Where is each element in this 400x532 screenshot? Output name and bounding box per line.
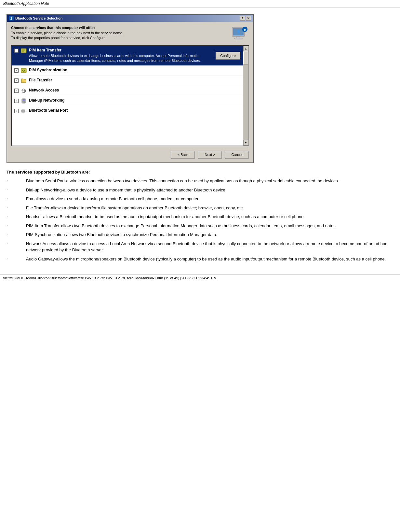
desc-text-audio-gateway: Audio Gateway-allows the microphone/spea… [26, 256, 393, 262]
service-item-file-transfer[interactable]: File Transfer [12, 76, 243, 86]
pim-transfer-inner: PIM Item Transfer Allow remote Bluetooth… [29, 48, 240, 63]
dialog-titlebar-buttons: ? ✕ [240, 16, 251, 21]
service-name-file-transfer: File Transfer- [26, 205, 51, 210]
service-item-network-access[interactable]: Network Access [12, 86, 243, 96]
desc-text-pim-transfer: PIM Item Transfer-allows two Bluetooth d… [26, 223, 393, 229]
service-name-fax: Fax- [26, 196, 34, 201]
svg-point-25 [26, 110, 27, 111]
content-section: The services supported by Bluetooth are:… [7, 170, 393, 262]
desc-row-fax: · Fax-allows a device to send a fax usin… [7, 196, 393, 202]
service-name-headset: Headset- [26, 214, 43, 219]
service-item-pim-transfer[interactable]: PIM Item Transfer Allow remote Bluetooth… [12, 46, 243, 66]
file-transfer-checkbox[interactable] [14, 78, 19, 83]
service-name-pim-sync: PIM Synchronization- [26, 232, 66, 237]
svg-rect-4 [234, 38, 242, 39]
svg-point-18 [23, 101, 24, 102]
service-item-pim-sync[interactable]: PIM Synchronization [12, 66, 243, 76]
desc-body-audio-gateway: allows the microphone/speakers on Blueto… [56, 257, 386, 261]
bt-serial-checkbox[interactable] [14, 109, 19, 113]
bt-serial-name: Bluetooth Serial Port [29, 108, 240, 113]
desc-text-pim-sync: PIM Synchronization-allows two Bluetooth… [26, 231, 393, 238]
svg-text:ʙ: ʙ [237, 29, 239, 34]
page-footer: file:///D|/MDC Team/Billionton/Bluetooth… [0, 274, 400, 281]
dialup-checkbox[interactable] [14, 99, 19, 103]
desc-body-pim-transfer: allows two Bluetooth devices to exchange… [61, 223, 337, 228]
page-title: Bluetooth Application Note [3, 1, 49, 6]
bullet-fax: · [7, 196, 26, 202]
instructions-line1: To enable a service, place a check in th… [11, 31, 226, 35]
scrollbar-track [243, 51, 248, 140]
desc-row-bt-serial: · Bluetooth Serial Port-a wireless conne… [7, 178, 393, 184]
network-access-name: Network Access [29, 88, 240, 92]
desc-text-fax: Fax-allows a device to send a fax using … [26, 196, 393, 202]
bullet-audio-gateway: · [7, 256, 26, 262]
dialup-content: Dial-up Networking [29, 98, 240, 103]
network-access-icon [20, 88, 27, 94]
footer-text: file:///D|/MDC Team/Billionton/Bluetooth… [3, 276, 218, 280]
bt-serial-icon [20, 108, 27, 114]
svg-point-19 [24, 101, 25, 102]
desc-row-dialup: · Dial-up Networking-allows a device to … [7, 187, 393, 193]
help-button[interactable]: ? [240, 16, 245, 21]
computer-icon: ʙ ʙ [230, 26, 249, 42]
dialup-name: Dial-up Networking [29, 98, 240, 103]
back-button[interactable]: < Back [171, 151, 195, 159]
network-access-content: Network Access [29, 88, 240, 92]
desc-text-network-access: Network Access-allows a device to access… [26, 241, 393, 253]
pim-sync-checkbox[interactable] [14, 68, 19, 73]
bullet-network-access: · [7, 241, 26, 253]
pim-transfer-checkbox[interactable] [14, 49, 19, 53]
svg-rect-11 [21, 68, 26, 73]
bullet-dialup: · [7, 187, 26, 193]
pim-transfer-name: PIM Item Transfer [29, 48, 213, 52]
bullet-bt-serial: · [7, 178, 26, 184]
bt-serial-content: Bluetooth Serial Port [29, 108, 240, 113]
desc-row-pim-sync: · PIM Synchronization-allows two Bluetoo… [7, 231, 393, 238]
service-name-bt-serial: Bluetooth Serial Port- [26, 178, 66, 183]
pim-sync-name: PIM Synchronization [29, 68, 240, 72]
page-header: Bluetooth Application Note [0, 0, 400, 7]
service-item-bt-serial[interactable]: Bluetooth Serial Port [12, 106, 243, 116]
close-button[interactable]: ✕ [246, 16, 251, 21]
svg-text:ʙ: ʙ [244, 28, 246, 31]
desc-row-file-transfer: · File Transfer-allows a device to perfo… [7, 205, 393, 211]
desc-row-headset: · Headset-allows a Bluetooth headset to … [7, 214, 393, 220]
cancel-button[interactable]: Cancel [225, 151, 249, 159]
service-list: PIM Item Transfer Allow remote Bluetooth… [12, 46, 243, 146]
file-transfer-icon [20, 78, 27, 84]
dialog-window: Bluetooth Service Selection ? ✕ Choose t… [7, 14, 254, 163]
svg-point-20 [22, 102, 23, 103]
scrollbar-up-button[interactable]: ▲ [243, 46, 249, 51]
pim-transfer-desc: Allow remote Bluetooth devices to exchan… [29, 53, 213, 63]
desc-row-network-access: · Network Access-allows a device to acce… [7, 241, 393, 253]
service-name-pim-transfer: PIM Item Transfer- [26, 223, 61, 228]
instructions-text: Choose the services that this computer w… [11, 26, 226, 41]
dialog-instructions: Choose the services that this computer w… [11, 26, 249, 42]
desc-row-audio-gateway: · Audio Gateway-allows the microphone/sp… [7, 256, 393, 262]
pim-transfer-icon [20, 48, 27, 54]
desc-text-file-transfer: File Transfer-allows a device to perform… [26, 205, 393, 211]
file-transfer-name: File Transfer [29, 78, 240, 82]
bullet-pim-sync: · [7, 231, 26, 238]
instructions-line2: To display the properties panel for a se… [11, 35, 226, 40]
desc-body-fax: allows a device to send a fax using a re… [34, 196, 199, 201]
dialog-titlebar-left: Bluetooth Service Selection [9, 16, 62, 21]
pim-transfer-content: PIM Item Transfer Allow remote Bluetooth… [29, 48, 240, 63]
network-access-checkbox[interactable] [14, 89, 19, 93]
section-title: The services supported by Bluetooth are: [7, 170, 393, 175]
svg-rect-3 [237, 36, 240, 38]
next-button[interactable]: Next > [198, 151, 222, 159]
scrollbar-down-button[interactable]: ▼ [243, 140, 249, 146]
service-name-audio-gateway: Audio Gateway- [26, 257, 56, 261]
svg-point-17 [22, 101, 23, 102]
main-content: Bluetooth Service Selection ? ✕ Choose t… [0, 7, 400, 268]
desc-body-dialup: allows a device to use a modem that is p… [63, 188, 226, 192]
pim-sync-icon [20, 68, 27, 74]
dialog-wrapper: Bluetooth Service Selection ? ✕ Choose t… [7, 14, 393, 163]
configure-button[interactable]: Configure [216, 52, 240, 60]
desc-body-headset: allows a Bluetooth headset to be used as… [43, 214, 305, 219]
scrollbar-thumb[interactable] [243, 51, 248, 64]
service-item-dialup[interactable]: Dial-up Networking [12, 96, 243, 106]
bullet-headset: · [7, 214, 26, 220]
dialog-titlebar: Bluetooth Service Selection ? ✕ [7, 15, 253, 22]
